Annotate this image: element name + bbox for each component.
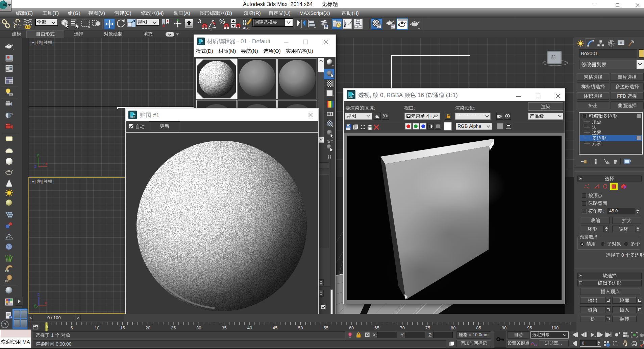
svg-text:%: % — [10, 112, 13, 115]
svg-text:Ox: Ox — [5, 280, 9, 283]
svg-text:16: 16 — [416, 92, 425, 98]
svg-text:10: 10 — [95, 325, 99, 330]
svg-text:ABC: ABC — [243, 26, 250, 30]
svg-text::: : — [474, 105, 475, 111]
svg-text:<: < — [29, 315, 32, 320]
svg-text:RGB Alpha: RGB Alpha — [457, 123, 481, 129]
svg-text:(M): (M) — [156, 10, 164, 16]
svg-text:{}: {} — [243, 19, 247, 25]
svg-text:0: 0 — [582, 341, 584, 346]
svg-text:][: ][ — [41, 179, 44, 184]
svg-text:Autodesk 3ds Max 2014 x64: Autodesk 3ds Max 2014 x64 — [243, 1, 313, 7]
svg-text:(O): (O) — [273, 48, 281, 54]
svg-text:(N): (N) — [251, 48, 258, 54]
svg-text::: : — [414, 105, 415, 111]
svg-text:]: ] — [52, 40, 54, 45]
svg-text:(A): (A) — [183, 10, 190, 16]
svg-text::: : — [374, 105, 375, 111]
svg-text:95: 95 — [527, 325, 532, 330]
svg-text:MAX: MAX — [130, 116, 135, 118]
svg-text:0, RGBA: 0, RGBA — [378, 92, 404, 98]
svg-text:85: 85 — [476, 325, 481, 330]
svg-text:3: 3 — [198, 19, 201, 24]
svg-text:][: ][ — [41, 40, 44, 45]
svg-text:Box001: Box001 — [581, 50, 598, 56]
svg-text:z: z — [34, 164, 36, 169]
svg-text:Y:: Y: — [401, 332, 405, 338]
svg-text:x: x — [45, 301, 47, 305]
svg-text::: : — [602, 208, 604, 214]
svg-text:40: 40 — [247, 325, 252, 330]
svg-text:z: z — [37, 292, 39, 297]
svg-text:(U): (U) — [306, 48, 313, 54]
svg-text:(E): (E) — [26, 10, 33, 16]
svg-text:(D): (D) — [225, 10, 232, 16]
svg-text:(R): (R) — [254, 10, 261, 16]
svg-text:45.0: 45.0 — [609, 208, 618, 213]
svg-text:,: , — [370, 92, 373, 98]
svg-text:#1: #1 — [151, 112, 159, 118]
svg-text:?: ? — [3, 322, 6, 327]
svg-text:80: 80 — [451, 325, 455, 330]
svg-text:FFD: FFD — [617, 93, 627, 99]
svg-text:(M): (M) — [228, 48, 236, 54]
svg-text:100: 100 — [551, 325, 559, 330]
svg-text:(V): (V) — [98, 10, 105, 16]
svg-text:MAX: MAX — [348, 96, 354, 98]
svg-text:(T): (T) — [52, 10, 59, 16]
svg-text:30: 30 — [196, 325, 201, 330]
svg-text:35: 35 — [222, 325, 226, 330]
svg-text:20: 20 — [145, 325, 150, 330]
svg-text:>: > — [77, 315, 79, 320]
svg-text:(C): (C) — [124, 10, 131, 16]
svg-text:1: 1 — [50, 332, 55, 338]
svg-text:(H): (H) — [352, 10, 359, 16]
svg-text:...: ... — [558, 341, 562, 346]
svg-text:75: 75 — [425, 325, 430, 330]
svg-text:4 -: 4 - — [425, 113, 433, 119]
svg-text:y: y — [37, 153, 39, 157]
svg-text:[+][: [+][ — [30, 179, 37, 184]
svg-text:50: 50 — [298, 325, 303, 330]
svg-text:/: / — [431, 92, 433, 98]
svg-text:0 / 100: 0 / 100 — [47, 315, 61, 320]
svg-text:60: 60 — [349, 325, 354, 330]
svg-text:15: 15 — [120, 325, 125, 330]
svg-text:- 01 - Default: - 01 - Default — [236, 38, 270, 45]
svg-text:MAX: MAX — [198, 43, 203, 45]
svg-text:x: x — [45, 161, 47, 166]
svg-text:0: 0 — [46, 325, 48, 329]
svg-text:65: 65 — [374, 325, 379, 330]
svg-text:X:: X: — [373, 332, 377, 338]
svg-text:y: y — [34, 303, 36, 307]
svg-text:HF: HF — [5, 270, 9, 273]
svg-text:0: 0 — [620, 252, 625, 258]
svg-text:%: % — [219, 18, 225, 25]
svg-text:5: 5 — [70, 325, 73, 330]
svg-text:55: 55 — [324, 325, 328, 330]
svg-text:(1:1): (1:1) — [444, 92, 458, 98]
svg-text:(G): (G) — [73, 10, 80, 16]
svg-text:45: 45 — [273, 325, 277, 330]
svg-text:MAXScript(X): MAXScript(X) — [299, 10, 330, 16]
svg-text:Z:: Z: — [428, 332, 432, 338]
svg-text:90: 90 — [502, 325, 506, 330]
svg-text:(D): (D) — [206, 48, 213, 54]
svg-text:70: 70 — [400, 325, 404, 330]
svg-text:25: 25 — [171, 325, 176, 330]
svg-text:(U): (U) — [283, 10, 291, 16]
svg-text:]: ] — [52, 179, 54, 184]
svg-text:0:00:00: 0:00:00 — [54, 341, 72, 347]
svg-text:MA: MA — [21, 339, 30, 345]
svg-text:= 10.0mm: = 10.0mm — [468, 332, 489, 337]
svg-text:[+][: [+][ — [30, 40, 37, 45]
